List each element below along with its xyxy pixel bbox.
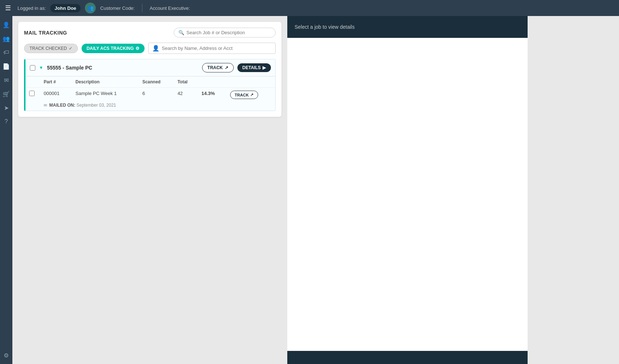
group-icon-button[interactable]: 👥: [85, 3, 96, 13]
col-part-num: Part #: [40, 76, 72, 88]
sidebar-icon-settings[interactable]: ⚙: [1, 350, 11, 360]
job-name: 55555 - Sample PC: [47, 65, 198, 71]
job-header: ▼ 55555 - Sample PC TRACK ↗ DETAILS ▶: [25, 59, 275, 76]
sidebar-icon-cart[interactable]: 🛒: [1, 89, 11, 99]
card-header: MAIL TRACKING 🔍: [24, 28, 276, 37]
job-details-icon: ▶: [263, 65, 266, 70]
job-details-button[interactable]: DETAILS ▶: [237, 63, 271, 72]
menu-icon[interactable]: ☰: [5, 4, 11, 12]
sidebar-icon-tag[interactable]: 🏷: [1, 47, 11, 58]
parts-table: Part # Description Scanned Total: [25, 76, 275, 111]
mail-tracking-card: MAIL TRACKING 🔍 TRACK CHECKED ✓ DAILY AC…: [18, 22, 281, 117]
part-scanned: 6: [139, 88, 174, 102]
part-checkbox[interactable]: [29, 91, 35, 96]
main-layout: 👤 👥 🏷 📄 ✉ 🛒 ➤ ? ⚙ MAIL TRACKING 🔍: [0, 16, 619, 364]
mail-icon: ✉: [44, 103, 47, 107]
job-track-button[interactable]: TRACK ↗: [202, 63, 234, 72]
col-scanned: Scanned: [139, 76, 174, 88]
part-track-label: TRACK: [235, 93, 249, 97]
group-icon: 👥: [87, 5, 94, 11]
select-job-message: Select a job to view details: [295, 24, 355, 30]
track-checked-button[interactable]: TRACK CHECKED ✓: [24, 44, 78, 53]
search-name-wrapper: 👤: [148, 43, 276, 54]
mailed-on-label: MAILED ON:: [49, 103, 75, 108]
top-header: ☰ Logged in as: John Doe 👥 Customer Code…: [0, 0, 619, 16]
daily-acs-icon: ⚙: [135, 46, 139, 51]
job-track-label: TRACK: [208, 65, 223, 70]
sidebar: 👤 👥 🏷 📄 ✉ 🛒 ➤ ? ⚙: [0, 16, 12, 364]
mailed-on-row: ✉ MAILED ON: September 03, 2021: [25, 102, 275, 111]
sidebar-icon-user[interactable]: 👤: [1, 20, 11, 30]
part-percentage: 14.3%: [198, 88, 226, 102]
user-badge: John Doe: [50, 4, 80, 12]
search-name-input[interactable]: [162, 46, 272, 51]
part-track-icon: ↗: [250, 92, 253, 97]
sidebar-icon-email[interactable]: ✉: [1, 75, 11, 85]
header-divider: [142, 4, 142, 12]
daily-acs-button[interactable]: DAILY ACS TRACKING ⚙: [82, 44, 145, 53]
part-track-button[interactable]: TRACK ↗: [230, 91, 259, 99]
right-panel-footer: [287, 351, 528, 364]
sidebar-icon-document[interactable]: 📄: [1, 61, 11, 71]
account-executive-label: Account Executive:: [150, 5, 190, 11]
track-checked-icon: ✓: [69, 46, 72, 51]
job-chevron-icon[interactable]: ▼: [39, 65, 43, 70]
right-panel-body: [287, 38, 528, 351]
part-description: Sample PC Week 1: [72, 88, 139, 102]
table-row: 000001 Sample PC Week 1 6 42 14.3% TRACK…: [25, 88, 275, 102]
search-job-input[interactable]: [186, 30, 271, 35]
job-checkbox[interactable]: [30, 65, 35, 71]
job-row: ▼ 55555 - Sample PC TRACK ↗ DETAILS ▶: [24, 59, 276, 111]
person-icon: 👤: [152, 45, 159, 52]
content-area: MAIL TRACKING 🔍 TRACK CHECKED ✓ DAILY AC…: [12, 16, 619, 364]
col-description: Description: [72, 76, 139, 88]
job-track-icon: ↗: [225, 65, 228, 70]
sidebar-icon-group[interactable]: 👥: [1, 33, 11, 44]
mailed-on-date: September 03, 2021: [76, 103, 116, 108]
part-total: 42: [174, 88, 198, 102]
right-panel-header: Select a job to view details: [287, 16, 528, 38]
search-job-wrapper: 🔍: [174, 28, 276, 37]
sidebar-icon-arrow[interactable]: ➤: [1, 103, 11, 113]
part-number: 000001: [40, 88, 72, 102]
search-icon: 🔍: [178, 30, 184, 35]
card-title: MAIL TRACKING: [24, 30, 67, 36]
right-panel: Select a job to view details: [287, 16, 528, 364]
job-details-label: DETAILS: [243, 65, 261, 70]
daily-acs-label: DAILY ACS TRACKING: [87, 46, 134, 51]
customer-code-label: Customer Code:: [100, 5, 135, 11]
track-checked-label: TRACK CHECKED: [29, 46, 67, 51]
logged-in-label: Logged in as:: [17, 5, 46, 11]
left-panel: MAIL TRACKING 🔍 TRACK CHECKED ✓ DAILY AC…: [12, 16, 287, 364]
sidebar-icon-help[interactable]: ?: [1, 116, 11, 127]
col-total: Total: [174, 76, 198, 88]
filter-row: TRACK CHECKED ✓ DAILY ACS TRACKING ⚙ 👤: [24, 43, 276, 54]
